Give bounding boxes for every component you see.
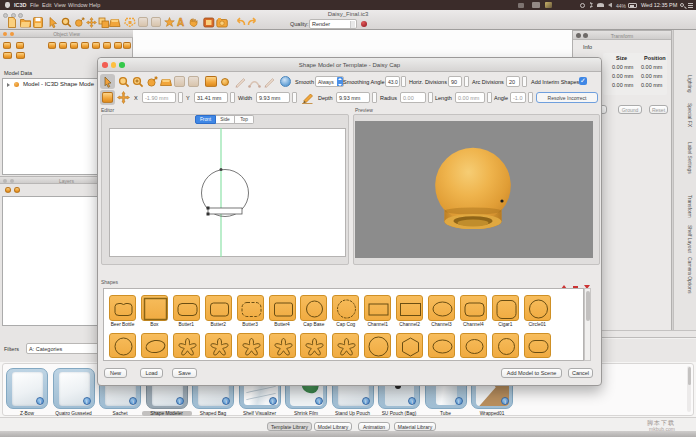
svg-text:A: A <box>177 17 184 28</box>
